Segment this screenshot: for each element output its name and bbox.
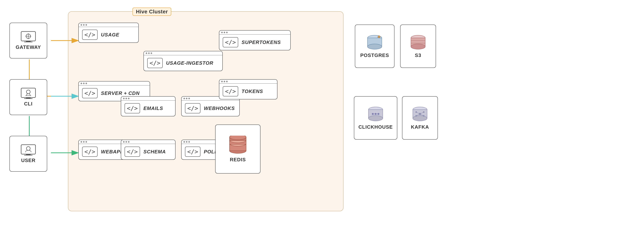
usage-label: USAGE [101, 32, 119, 38]
dot1 [123, 98, 124, 99]
dot1 [221, 32, 223, 33]
s3-box: S3 [400, 24, 436, 68]
svg-point-15 [26, 90, 30, 94]
dot3 [86, 83, 87, 84]
svg-rect-12 [21, 88, 36, 98]
supertokens-label: SUPERTOKENS [242, 40, 281, 45]
redis-label: REDIS [230, 157, 246, 162]
webhooks-label: WEBHOOKS [204, 106, 235, 111]
usage-ingestor-header [144, 51, 222, 55]
dot2 [224, 32, 225, 33]
dot2 [224, 81, 225, 82]
schema-code-icon: </> [124, 146, 140, 157]
service-usage: </> USAGE [78, 23, 139, 43]
webhooks-code-icon: </> [185, 103, 200, 114]
redis-icon [228, 136, 248, 154]
client-gateway: GATEWAY [10, 23, 47, 58]
policy-code-icon: </> [185, 146, 200, 157]
redis-box: REDIS [215, 124, 260, 174]
user-monitor-icon [21, 144, 36, 156]
dot1 [146, 52, 147, 54]
emails-label: EMAILS [144, 106, 163, 111]
dot1 [80, 24, 82, 26]
supertokens-header [219, 30, 290, 34]
dot1 [184, 141, 185, 142]
service-schema: </> SCHEMA [121, 140, 176, 160]
postgres-label: POSTGRES [360, 52, 389, 58]
usage-code-icon: </> [82, 30, 98, 40]
clickhouse-box: CLICKHOUSE [354, 96, 397, 140]
cli-monitor-icon [21, 88, 36, 99]
svg-point-39 [368, 116, 383, 121]
usage-ingestor-label: USAGE-INGESTOR [166, 60, 213, 66]
postgres-icon [366, 34, 383, 50]
clickhouse-label: CLICKHOUSE [358, 124, 393, 130]
emails-code-icon: </> [124, 103, 140, 114]
svg-point-31 [378, 36, 380, 38]
svg-rect-19 [24, 155, 32, 156]
kafka-label: KAFKA [411, 124, 429, 130]
kafka-box: KAFKA [402, 96, 438, 140]
dot3 [226, 32, 228, 33]
dot1 [80, 83, 82, 84]
dot1 [80, 141, 82, 142]
server-cdn-label: SERVER + CDN [101, 90, 140, 96]
supertokens-code-icon: </> [223, 37, 238, 47]
kafka-icon [412, 106, 428, 122]
tokens-code-icon: </> [223, 86, 238, 96]
service-supertokens: </> SUPERTOKENS [219, 30, 291, 50]
dot2 [186, 141, 188, 142]
dot3 [188, 141, 190, 142]
usage-header [79, 23, 138, 27]
svg-rect-8 [24, 42, 32, 42]
dot3 [86, 141, 87, 142]
server-cdn-code-icon: </> [82, 88, 98, 98]
cli-label: CLI [24, 101, 33, 107]
dot1 [123, 141, 124, 142]
svg-rect-17 [21, 145, 36, 154]
schema-label: SCHEMA [144, 149, 166, 155]
dot2 [186, 98, 188, 99]
svg-point-30 [368, 44, 382, 49]
svg-rect-14 [24, 98, 32, 99]
dot2 [83, 141, 84, 142]
diagram-container: Hive Cluster [0, 0, 644, 226]
svg-point-34 [411, 44, 425, 49]
gateway-monitor-icon [21, 31, 36, 42]
dot2 [83, 83, 84, 84]
tokens-label: TOKENS [242, 88, 263, 94]
dot2 [148, 52, 150, 54]
dot3 [128, 98, 130, 99]
dot3 [188, 98, 190, 99]
dot2 [126, 141, 127, 142]
dot3 [226, 81, 228, 82]
postgres-box: POSTGRES [355, 24, 394, 68]
dot3 [86, 24, 87, 26]
dot1 [221, 81, 223, 82]
gateway-label: GATEWAY [16, 44, 41, 50]
svg-point-47 [413, 116, 427, 121]
hive-cluster-label: Hive Cluster [132, 8, 171, 16]
emails-header [121, 96, 175, 100]
dot3 [128, 141, 130, 142]
server-cdn-header [79, 82, 150, 86]
service-tokens: </> TOKENS [219, 79, 278, 100]
client-cli: CLI [10, 79, 47, 115]
schema-header [121, 140, 175, 144]
dot1 [184, 98, 185, 99]
dot3 [150, 52, 152, 54]
s3-label: S3 [415, 52, 421, 58]
svg-point-27 [230, 136, 246, 140]
service-usage-ingestor: </> USAGE-INGESTOR [144, 51, 223, 71]
webapp-code-icon: </> [82, 146, 98, 157]
s3-icon [410, 34, 426, 50]
dot2 [126, 98, 127, 99]
clickhouse-icon [367, 106, 384, 122]
service-emails: </> EMAILS [121, 96, 176, 116]
svg-point-20 [26, 146, 30, 150]
usage-ingestor-code-icon: </> [147, 58, 163, 68]
dot2 [83, 24, 84, 26]
tokens-header [219, 80, 277, 84]
client-user: USER [10, 136, 47, 172]
user-label: USER [21, 158, 36, 163]
